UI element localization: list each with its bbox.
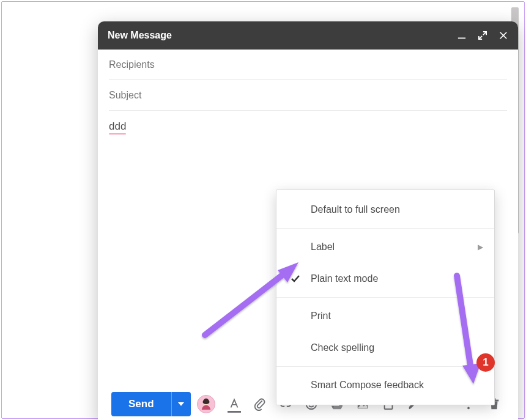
menu-separator	[276, 297, 494, 298]
menu-item-label: Label	[311, 241, 335, 252]
menu-plain-text[interactable]: Plain text mode	[276, 263, 494, 295]
send-options-button[interactable]	[171, 392, 191, 416]
menu-separator	[276, 366, 494, 367]
submenu-arrow-icon: ▶	[478, 243, 483, 251]
more-options-menu: Default to full screen Label ▶ Plain tex…	[276, 190, 495, 405]
attach-icon[interactable]	[250, 394, 270, 414]
minimize-icon[interactable]	[457, 31, 467, 40]
svg-point-12	[467, 407, 470, 410]
compose-window: New Message	[98, 21, 518, 420]
menu-default-fullscreen[interactable]: Default to full screen	[276, 194, 494, 226]
recipients-input[interactable]	[109, 59, 507, 70]
svg-rect-0	[458, 38, 465, 39]
menu-item-label: Default to full screen	[311, 204, 400, 215]
menu-item-label: Print	[311, 311, 331, 322]
compose-title: New Message	[108, 30, 457, 41]
expand-icon[interactable]	[478, 31, 487, 40]
menu-item-label: Plain text mode	[311, 273, 378, 284]
body-text: ddd	[109, 120, 126, 133]
menu-smart-compose[interactable]: Smart Compose feedback	[276, 369, 494, 401]
subject-input[interactable]	[109, 90, 507, 101]
menu-separator	[276, 228, 494, 229]
menu-item-label: Check spelling	[311, 342, 374, 353]
menu-item-label: Smart Compose feedback	[311, 380, 424, 391]
recipients-field[interactable]	[109, 50, 507, 80]
titlebar-actions	[457, 31, 508, 40]
subject-field[interactable]	[109, 80, 507, 111]
formatting-icon[interactable]	[224, 394, 245, 414]
avatar[interactable]	[197, 395, 215, 413]
close-icon[interactable]	[498, 31, 508, 40]
compose-titlebar: New Message	[98, 21, 518, 50]
menu-print[interactable]: Print	[276, 300, 494, 332]
menu-check-spelling[interactable]: Check spelling	[276, 332, 494, 364]
screenshot-inner: New Message	[7, 7, 519, 413]
check-icon	[290, 273, 301, 284]
send-button-group: Send	[111, 392, 191, 416]
annotation-badge-1: 1	[476, 353, 495, 372]
send-button[interactable]: Send	[111, 392, 171, 416]
menu-label[interactable]: Label ▶	[276, 231, 494, 263]
